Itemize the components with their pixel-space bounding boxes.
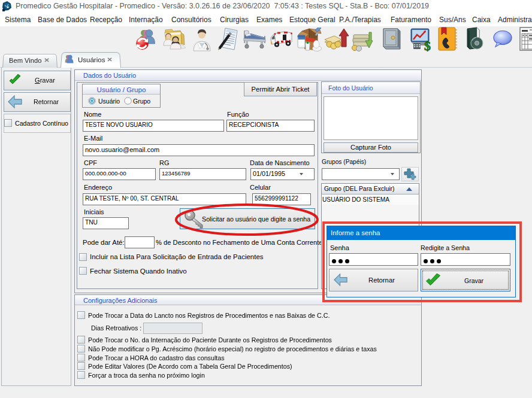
- svg-text:$: $: [424, 38, 431, 51]
